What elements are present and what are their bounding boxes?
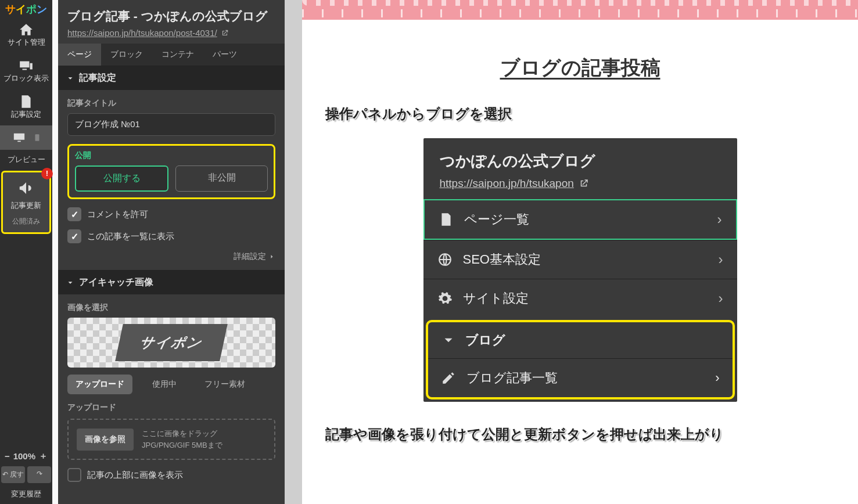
devices-icon [17, 58, 35, 73]
update-label: 記事更新 [11, 200, 41, 211]
menu-header: つかぽんの公式ブログ https://saipon.jp/h/tsukapon [423, 138, 737, 199]
bottom-controls: − 100% ＋ ↶ 戻す ↷ 変更履歴 [0, 447, 52, 504]
show-image-top-row[interactable]: 記事の上部に画像を表示 [67, 468, 275, 482]
decorative-border [302, 0, 858, 20]
document-icon [17, 94, 35, 109]
device-switch[interactable] [0, 125, 52, 150]
menu-row-blog-list[interactable]: ブログ記事一覧 › [428, 358, 733, 397]
published-label: 公開済み [12, 217, 40, 226]
update-article-button[interactable]: ! 記事更新 公開済み [1, 171, 51, 234]
tab-block[interactable]: ブロック [101, 44, 152, 66]
chevron-right-icon: › [717, 211, 722, 228]
checkbox-checked-icon[interactable] [67, 207, 81, 221]
admin-menu-card: つかぽんの公式ブログ https://saipon.jp/h/tsukapon … [423, 138, 737, 402]
preview-label: プレビュー [0, 150, 52, 170]
field-label-publish: 公開 [75, 150, 268, 161]
svg-rect-0 [35, 134, 40, 141]
field-label-select-image: 画像を選択 [67, 303, 275, 313]
show-in-list-row[interactable]: この記事を一覧に表示 [67, 229, 275, 243]
img-tab-upload[interactable]: アップロード [67, 375, 132, 394]
upload-dropzone[interactable]: 画像を参照 ここに画像をドラッグ JPG/PNG/GIF 5MBまで [67, 419, 275, 460]
redo-button[interactable]: ↷ [27, 466, 51, 483]
section-header-eyecatch[interactable]: アイキャッチ画像 [58, 271, 285, 294]
panel-url-link[interactable]: https://saipon.jp/h/tsukapon/post-4031/ [67, 28, 275, 38]
publish-button[interactable]: 公開する [75, 165, 168, 192]
chevron-right-icon: › [715, 370, 719, 386]
document-icon [439, 212, 454, 227]
menu-row-site-settings[interactable]: サイト設定 › [423, 279, 737, 318]
img-tab-free[interactable]: フリー素材 [196, 375, 253, 394]
change-history-button[interactable]: 変更履歴 [0, 484, 52, 504]
show-in-list-label: この記事を一覧に表示 [87, 231, 174, 242]
menu-row-pages[interactable]: ページ一覧 › [423, 199, 737, 240]
panel-header: ブログ記事 - つかぽんの公式ブログ https://saipon.jp/h/t… [58, 0, 285, 44]
section-article-settings: 記事設定 記事タイトル 公開 公開する 非公開 コメントを許可 この記事を一覧に… [58, 66, 285, 270]
zoom-control[interactable]: − 100% ＋ [0, 447, 52, 465]
chevron-down-icon [66, 279, 74, 287]
image-source-tabs: アップロード 使用中 フリー素材 [67, 375, 275, 394]
allow-comments-row[interactable]: コメントを許可 [67, 207, 275, 221]
image-preview-logo: サイポン [115, 324, 228, 361]
page-preview: ブログの記事投稿 操作パネルからブログを選択 つかぽんの公式ブログ https:… [302, 0, 858, 504]
tab-page[interactable]: ページ [58, 44, 101, 66]
undo-button[interactable]: ↶ 戻す [1, 466, 25, 483]
private-button[interactable]: 非公開 [175, 165, 268, 192]
browse-image-button[interactable]: 画像を参照 [77, 429, 134, 451]
allow-comments-label: コメントを許可 [87, 209, 148, 220]
nav-label: ブロック表示 [3, 73, 49, 84]
mobile-icon [33, 131, 41, 144]
section-header-article[interactable]: 記事設定 [58, 66, 285, 90]
zoom-in-icon[interactable]: ＋ [39, 451, 48, 462]
nav-label: 記事設定 [11, 109, 41, 120]
chevron-right-icon [268, 253, 275, 260]
zoom-value: 100% [13, 451, 35, 461]
nav-site-management[interactable]: サイト管理 [0, 17, 52, 53]
tab-parts[interactable]: パーツ [203, 44, 246, 66]
nav-block-display[interactable]: ブロック表示 [0, 53, 52, 89]
img-tab-used[interactable]: 使用中 [144, 375, 185, 394]
menu-row-label: SEO基本設定 [463, 251, 541, 268]
gear-icon [437, 291, 453, 306]
menu-blog-url[interactable]: https://saipon.jp/h/tsukapon [440, 177, 721, 190]
edit-icon [441, 370, 456, 386]
checkbox-checked-icon[interactable] [67, 229, 81, 243]
desktop-icon [11, 131, 27, 144]
menu-row-blog[interactable]: ブログ [428, 322, 733, 358]
post-title: ブログの記事投稿 [325, 55, 835, 81]
menu-row-label: サイト設定 [463, 290, 529, 307]
upload-hint: ここに画像をドラッグ JPG/PNG/GIF 5MBまで [142, 428, 222, 451]
chevron-down-icon [441, 333, 456, 348]
publish-group: 公開 公開する 非公開 [67, 144, 275, 199]
megaphone-icon [16, 179, 36, 197]
show-on-top-label: 記事の上部に画像を表示 [87, 470, 183, 481]
external-link-icon [221, 29, 229, 37]
panel-divider [285, 0, 302, 504]
home-icon [17, 22, 35, 37]
article-title-input[interactable] [67, 113, 275, 136]
nav-label: サイト管理 [8, 37, 45, 48]
menu-row-label: ブログ記事一覧 [466, 369, 558, 387]
external-link-icon [579, 178, 589, 189]
upload-label: アップロード [67, 402, 275, 413]
nav-article-settings[interactable]: 記事設定 [0, 89, 52, 125]
panel-title: ブログ記事 - つかぽんの公式ブログ [67, 8, 275, 24]
instruction-caption-2: 記事や画像を張り付けて公開と更新ボタンを押せば出来上がり [325, 425, 835, 444]
zoom-out-icon[interactable]: − [5, 451, 10, 461]
chevron-right-icon: › [719, 290, 723, 307]
instruction-caption-1: 操作パネルからブログを選択 [325, 105, 835, 123]
image-preview[interactable]: サイポン [67, 318, 275, 368]
alert-badge-icon: ! [41, 168, 53, 179]
tab-container[interactable]: コンテナ [152, 44, 203, 66]
menu-blog-group: ブログ ブログ記事一覧 › [426, 320, 735, 399]
section-eyecatch: アイキャッチ画像 画像を選択 サイポン アップロード 使用中 フリー素材 アップ… [58, 270, 285, 490]
menu-row-seo[interactable]: SEO基本設定 › [423, 240, 737, 279]
left-rail: サイポン サイト管理 ブロック表示 記事設定 プレビュー ! 記事更新 公開済み… [0, 0, 52, 504]
field-label-title: 記事タイトル [67, 98, 275, 109]
details-settings-link[interactable]: 詳細設定 [67, 251, 275, 262]
checkbox-unchecked-icon[interactable] [67, 468, 81, 482]
menu-row-label: ブログ [465, 332, 505, 349]
chevron-down-icon [66, 74, 74, 82]
menu-blog-title: つかぽんの公式ブログ [440, 151, 721, 171]
chevron-right-icon: › [719, 251, 723, 268]
app-logo: サイポン [0, 0, 52, 17]
